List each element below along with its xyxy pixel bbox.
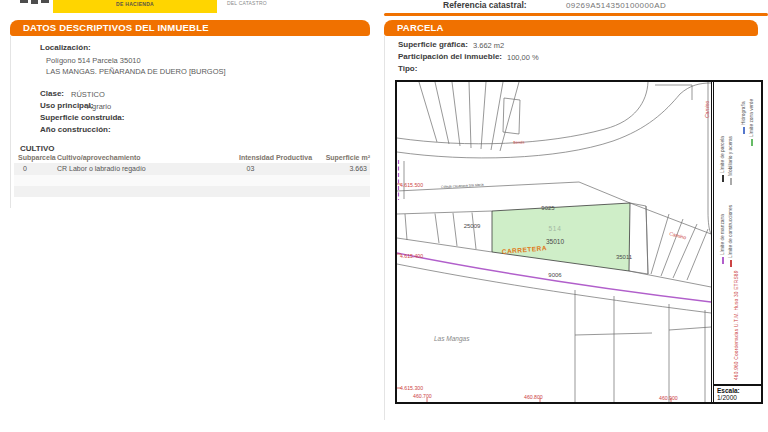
parcel-label-9025: 9025 [541,205,555,211]
parcela-header: PARCELA [384,20,758,36]
legend-item-limite-construcciones: Límite de construcciones [728,205,733,267]
legend-line-mobiliario [730,178,732,185]
datos-descriptivos-header: DATOS DESCRIPTIVOS DEL INMUEBLE [10,20,370,36]
parcel-label-25009: 25009 [464,223,481,229]
legend-line-hidrografia [743,127,745,134]
cultivo-table-header: Subparcela Cultivo/aprovechamiento Inten… [14,152,370,163]
map-legend: Hidrografía Límite zona verde Límite de … [711,82,761,402]
superficie-grafica-value: 3.662 m2 [473,41,504,50]
camino-label: Camino [669,230,687,240]
superficie-construida-label: Superficie construida: [40,113,124,122]
tipo-label: Tipo: [398,64,417,73]
parcel-label-514: 514 [548,225,561,232]
gobierno-logo-fragment [41,0,49,3]
coord-y-4615400: 4.615.400 [400,253,423,259]
table-row: 0 CR Labor o labradío regadío 03 3.663 [14,163,370,175]
scale-value: 1/2000 [717,394,761,401]
camino-vertical-label: Camino [704,101,710,118]
localizacion-line1: Polígono 514 Parcela 35010 [46,56,141,65]
map-drawing: 9025 25009 514 35010 35011 9006 CARRETER… [397,82,711,402]
legend-item-mobiliario: Mobiliario y aceras [728,136,733,185]
coord-y-4615500: 4.615.500 [400,182,423,188]
table-row-empty [14,186,370,197]
coord-y-4615300: 4.615.300 [400,385,423,391]
legend-line-zona-verde [751,139,753,146]
ministerio-hacienda-label: DE HACIENDA [116,1,154,7]
legend-item-hidrografia: Hidrografía [741,101,746,134]
legend-item-limite-parcela: Límite de parcela [720,136,725,182]
parcel-label-35010: 35010 [546,238,564,245]
localizacion-label: Localización: [40,43,91,52]
participacion-label: Participación del inmueble: [398,52,502,61]
legend-item-zona-verde: Límite zona verde [749,99,754,146]
legend-line-limite-construcciones [730,260,732,267]
col-superficie: Superficie m² [294,154,370,161]
participacion-value: 100,00 % [507,53,539,62]
left-panel-border [10,36,11,208]
cadastral-report-page: DE HACIENDA DEL CATASTRO Referencia cata… [0,0,768,432]
superficie-grafica-label: Superficie gráfica: [398,40,468,49]
gobierno-logo-fragment [31,0,38,4]
coord-x-460700: 460.700 [413,393,432,399]
utm-coordinate-note: 460.960 Coordenadas U.T.M. Huso 30 ETRS8… [734,270,739,380]
ano-construccion-label: Año construcción: [40,125,111,134]
parcel-label-35011: 35011 [616,254,633,260]
parcel-label-9006: 9006 [548,272,562,278]
table-row-empty [14,175,370,186]
coord-x-460800: 460.800 [524,394,543,400]
referencia-catastral-label: Referencia catastral: [443,0,527,10]
uso-principal-value: Agrario [87,102,111,111]
legend-line-limite-parcela [722,175,724,182]
cell-intensidad: 03 [194,165,307,172]
cell-superficie: 3.663 [294,165,367,172]
clase-value: RÚSTICO [71,90,105,99]
clase-label: Clase: [40,89,64,98]
cell-subparcela: 0 [18,165,32,172]
ministerio-hacienda-logo: DE HACIENDA [53,0,217,13]
localizacion-line2: LAS MANGAS. PEÑARANDA DE DUERO [BURGOS] [46,67,226,76]
legend-item-limite-manzana: Límite de manzana [720,214,725,264]
col-subparcela: Subparcela [18,154,56,161]
cadastral-map: 9025 25009 514 35010 35011 9006 CARRETER… [395,80,763,404]
scale-label: Escala: [717,387,761,394]
legend-line-limite-manzana [722,257,724,264]
cell-cultivo: CR Labor o labradío regadío [57,165,146,172]
col-cultivo: Cultivo/aprovechamiento [57,154,141,161]
highlighted-parcel-35010 [492,203,630,271]
header-divider [384,13,768,16]
senda-label: Senda [513,139,526,145]
direccion-catastro-label: DEL CATASTRO [227,0,267,6]
right-panel-border [384,36,385,420]
coord-x-460900: 460.900 [659,395,678,401]
uso-principal-label: Uso principal: [40,101,93,110]
map-scale: Escala: 1/2000 [714,384,761,402]
place-name-las-mangas: Las Mangas [434,335,470,343]
gobierno-logo-fragment [20,0,28,3]
referencia-catastral-value: 09269A514350100000AD [566,1,666,10]
